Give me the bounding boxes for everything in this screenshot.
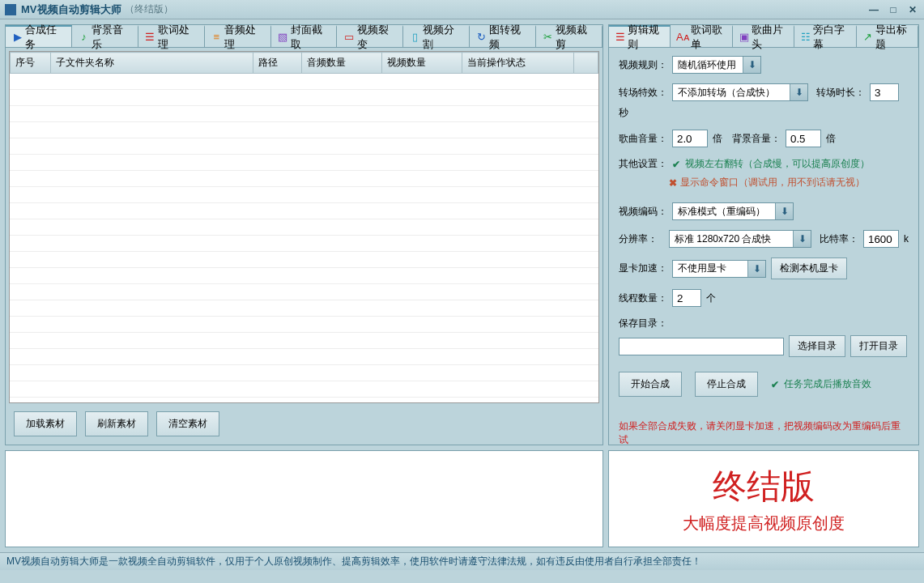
version-subtitle: 大幅度提高视频原创度: [683, 513, 845, 534]
save-dir-input[interactable]: [619, 338, 784, 355]
music-icon: ♪: [79, 32, 89, 43]
open-dir-button[interactable]: 打开目录: [850, 335, 907, 357]
tab-图转视频[interactable]: ↻图转视频: [470, 25, 536, 47]
tab-合成任务[interactable]: ▶合成任务: [6, 25, 72, 47]
bg-volume-label: 背景音量：: [732, 132, 781, 146]
col-header[interactable]: 视频数量: [382, 53, 462, 74]
statusbar: MV视频自动剪辑大师是一款视频全自动剪辑软件，仅用于个人原创视频制作、提高剪辑效…: [0, 552, 924, 570]
song-volume-label: 歌曲音量：: [619, 132, 667, 146]
encoding-dropdown[interactable]: 标准模式（重编码） ⬇: [672, 202, 794, 220]
col-header-empty: [574, 53, 598, 74]
tab-视频分割[interactable]: ▯视频分割: [403, 25, 470, 47]
chevron-down-icon: ⬇: [793, 231, 811, 247]
export-icon: ↗: [863, 32, 873, 43]
tab-视频裂变[interactable]: ▭视频裂变: [337, 25, 403, 47]
divide-icon: ▯: [410, 32, 420, 43]
version-title: 终结版: [713, 464, 815, 509]
tab-旁白字幕[interactable]: ☷旁白字幕: [794, 25, 856, 47]
split-icon: ▭: [343, 32, 354, 43]
col-header[interactable]: 音频数量: [302, 53, 382, 74]
checkmark-icon[interactable]: ✔: [771, 379, 779, 390]
clip-icon: ▣: [739, 32, 749, 43]
tab-歌曲片头[interactable]: ▣歌曲片头: [733, 25, 794, 47]
transition-duration-input[interactable]: [870, 83, 899, 101]
resolution-label: 分辨率：: [619, 232, 664, 246]
left-panel: ▶合成任务♪背景音乐☰歌词处理≡音频处理▧封面截取▭视频裂变▯视频分割↻图转视频…: [5, 24, 603, 445]
detect-gpu-button[interactable]: 检测本机显卡: [771, 257, 847, 279]
chevron-down-icon: ⬇: [775, 203, 793, 219]
right-panel: ☰剪辑规则Aᴀ歌词歌单▣歌曲片头☷旁白字幕↗导出标题 视频规则： 随机循环使用 …: [608, 24, 919, 445]
video-rule-dropdown[interactable]: 随机循环使用 ⬇: [672, 56, 761, 74]
convert-icon: ↻: [476, 32, 487, 43]
bitrate-label: 比特率：: [820, 232, 858, 246]
version-panel: 终结版 大幅度提高视频原创度: [608, 450, 919, 547]
app-title: MV视频自动剪辑大师: [21, 2, 121, 17]
transition-dropdown[interactable]: 不添加转场（合成快） ⬇: [672, 83, 808, 101]
flip-checkbox-label[interactable]: 视频左右翻转（合成慢，可以提高原创度）: [685, 157, 870, 171]
chevron-down-icon: ⬇: [790, 84, 807, 100]
rules-icon: ☰: [615, 32, 625, 43]
bg-volume-unit: 倍: [826, 132, 836, 146]
app-subtitle: （终结版）: [125, 2, 173, 16]
start-compose-button[interactable]: 开始合成: [619, 372, 682, 397]
song-volume-unit: 倍: [713, 132, 722, 146]
table-container[interactable]: 序号子文件夹名称路径音频数量视频数量当前操作状态: [9, 51, 599, 403]
bitrate-unit: k: [904, 233, 909, 245]
minimize-button[interactable]: —: [867, 3, 880, 16]
gpu-accel-dropdown[interactable]: 不使用显卡 ⬇: [672, 260, 766, 278]
transition-duration-label: 转场时长：: [816, 86, 865, 100]
stop-compose-button[interactable]: 停止合成: [695, 372, 758, 397]
chevron-down-icon: ⬇: [743, 57, 760, 73]
threads-label: 线程数量：: [619, 292, 667, 305]
cmd-checkbox-label[interactable]: 显示命令窗口（调试用，用不到话请无视）: [680, 176, 865, 189]
left-tabs: ▶合成任务♪背景音乐☰歌词处理≡音频处理▧封面截取▭视频裂变▯视频分割↻图转视频…: [6, 25, 603, 48]
tab-封面截取[interactable]: ▧封面截取: [271, 25, 338, 47]
subtitle-icon: ☷: [801, 32, 811, 43]
list-icon: Aᴀ: [677, 32, 688, 43]
resolution-dropdown[interactable]: 标准 1280x720 合成快 ⬇: [669, 230, 811, 248]
threads-unit: 个: [706, 292, 716, 305]
select-dir-button[interactable]: 选择目录: [789, 335, 845, 357]
refresh-material-button[interactable]: 刷新素材: [85, 411, 148, 436]
tab-导出标题[interactable]: ↗导出标题: [857, 25, 918, 47]
other-settings-label: 其他设置：: [619, 157, 667, 171]
tab-视频裁剪[interactable]: ✂视频裁剪: [536, 25, 603, 47]
cross-icon[interactable]: ✖: [669, 177, 677, 189]
maximize-button[interactable]: □: [887, 3, 900, 16]
log-panel: [5, 450, 603, 547]
load-material-button[interactable]: 加载素材: [14, 411, 77, 436]
tab-音频处理[interactable]: ≡音频处理: [205, 25, 271, 47]
statusbar-text: MV视频自动剪辑大师是一款视频全自动剪辑软件，仅用于个人原创视频制作、提高剪辑效…: [6, 555, 701, 568]
col-header[interactable]: 路径: [253, 53, 302, 74]
col-header[interactable]: 子文件夹名称: [51, 53, 253, 74]
checkmark-icon[interactable]: ✔: [672, 159, 680, 170]
image-icon: ▧: [278, 32, 288, 43]
threads-input[interactable]: [672, 289, 701, 307]
play-sound-checkbox-label[interactable]: 任务完成后播放音效: [784, 377, 871, 391]
tab-剪辑规则[interactable]: ☰剪辑规则: [609, 25, 671, 47]
tab-背景音乐[interactable]: ♪背景音乐: [72, 25, 138, 47]
col-header[interactable]: 序号: [11, 53, 51, 74]
chevron-down-icon: ⬇: [747, 261, 765, 277]
transition-label: 转场特效：: [619, 86, 667, 100]
song-volume-input[interactable]: [672, 130, 708, 147]
encoding-label: 视频编码：: [619, 205, 667, 219]
material-table: 序号子文件夹名称路径音频数量视频数量当前操作状态: [10, 52, 598, 74]
lyrics-icon: ☰: [145, 32, 155, 43]
transition-duration-unit: 秒: [619, 106, 628, 120]
bg-volume-input[interactable]: [786, 130, 821, 147]
close-button[interactable]: ✕: [906, 3, 919, 16]
tab-歌词歌单[interactable]: Aᴀ歌词歌单: [671, 25, 732, 47]
tab-歌词处理[interactable]: ☰歌词处理: [138, 25, 205, 47]
crop-icon: ✂: [543, 32, 553, 43]
settings-area: 视频规则： 随机循环使用 ⬇ 转场特效： 不添加转场（合成快） ⬇ 转场时长： …: [609, 48, 918, 415]
col-header[interactable]: 当前操作状态: [462, 53, 574, 74]
play-icon: ▶: [12, 32, 23, 43]
save-dir-label: 保存目录：: [619, 317, 667, 330]
clear-material-button[interactable]: 清空素材: [156, 411, 219, 436]
audio-icon: ≡: [211, 32, 222, 43]
bitrate-input[interactable]: [863, 230, 899, 248]
right-tabs: ☰剪辑规则Aᴀ歌词歌单▣歌曲片头☷旁白字幕↗导出标题: [609, 25, 918, 48]
app-icon: [5, 4, 16, 15]
titlebar: MV视频自动剪辑大师 （终结版） — □ ✕: [0, 0, 924, 19]
